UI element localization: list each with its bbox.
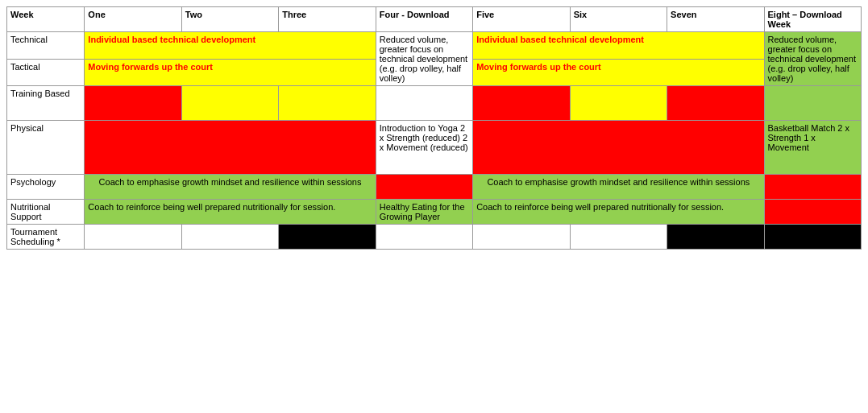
tournament-five (473, 225, 570, 250)
tactical-one-three: Moving forwards up the court (85, 59, 376, 86)
row-label-physical: Physical (7, 121, 85, 175)
nutritional-five-seven: Coach to reinforce being well prepared n… (473, 200, 764, 225)
header-three: Three (279, 7, 376, 32)
technical-one-three: Individual based technical development (85, 32, 376, 60)
psychology-five-seven-text: Coach to emphasise growth mindset and re… (487, 177, 750, 187)
tournament-seven (667, 225, 764, 250)
psychology-one-three-text: Coach to emphasise growth mindset and re… (99, 177, 362, 187)
psychology-one-three: Coach to emphasise growth mindset and re… (85, 175, 376, 200)
header-five: Five (473, 7, 570, 32)
nutritional-eight-text: Healthy Eating for the Growing Player (768, 202, 853, 221)
technical-four: Reduced volume, greater focus on technic… (376, 32, 472, 86)
header-six: Six (570, 7, 667, 32)
training-six (570, 86, 667, 121)
physical-five-seven-text: 2 x Strength Based Sessions per Week3 x … (476, 123, 719, 171)
training-eight (764, 86, 861, 121)
header-week: Week (7, 7, 85, 32)
nutritional-one-three-text: Coach to reinforce being well prepared n… (88, 202, 335, 212)
row-label-tournament: Tournament Scheduling * (7, 225, 85, 250)
physical-one-three-text: 2 x Strength Based Sessions per Week3 x … (88, 123, 330, 171)
psychology-five-seven: Coach to emphasise growth mindset and re… (473, 175, 764, 200)
physical-eight: Basketball Match 2 x Strength 1 x Moveme… (764, 121, 861, 175)
physical-one-three: 2 x Strength Based Sessions per Week3 x … (85, 121, 376, 175)
nutritional-eight: Healthy Eating for the Growing Player (764, 200, 861, 225)
psychology-four: Developing Resilience (376, 175, 472, 200)
row-label-training: Training Based (7, 86, 85, 121)
technical-five-seven: Individual based technical development (473, 32, 764, 60)
row-label-technical: Technical (7, 32, 85, 60)
tournament-eight (764, 225, 861, 250)
training-four (376, 86, 472, 121)
technical-eight: Reduced volume, greater focus on technic… (764, 32, 861, 86)
nutritional-five-seven-text: Coach to reinforce being well prepared n… (476, 202, 724, 212)
header-two: Two (181, 7, 278, 32)
physical-four: Introduction to Yoga 2 x Strength (reduc… (376, 121, 472, 175)
training-five: Higher volume of ball striking and condi… (473, 86, 570, 121)
tournament-six (570, 225, 667, 250)
tournament-two (181, 225, 278, 250)
row-label-psychology: Psychology (7, 175, 85, 200)
psychology-four-text: Developing Resilience (380, 177, 467, 187)
psychology-eight: Developing Resilience on Court Practical (764, 175, 861, 200)
tournament-one (85, 225, 181, 250)
header-one: One (85, 7, 181, 32)
training-two (181, 86, 278, 121)
header-eight: Eight – Download Week (764, 7, 861, 32)
psychology-eight-text: Developing Resilience on Court Practical (768, 177, 856, 196)
tournament-three (279, 225, 376, 250)
training-seven (667, 86, 764, 121)
training-five-text: Higher volume of ball striking and condi… (476, 89, 559, 118)
nutritional-one-three: Coach to reinforce being well prepared n… (85, 200, 376, 225)
row-label-nutritional: Nutritional Support (7, 200, 85, 225)
physical-five-seven: 2 x Strength Based Sessions per Week3 x … (473, 121, 764, 175)
row-label-tactical: Tactical (7, 59, 85, 86)
tournament-four (376, 225, 472, 250)
training-one: Higher volume of ball striking and condi… (85, 86, 181, 121)
tactical-five-seven: Moving forwards up the court (473, 59, 764, 86)
nutritional-four: Healthy Eating for the Growing Player (376, 200, 472, 225)
training-three (279, 86, 376, 121)
header-four: Four - Download (376, 7, 472, 32)
header-seven: Seven (667, 7, 764, 32)
